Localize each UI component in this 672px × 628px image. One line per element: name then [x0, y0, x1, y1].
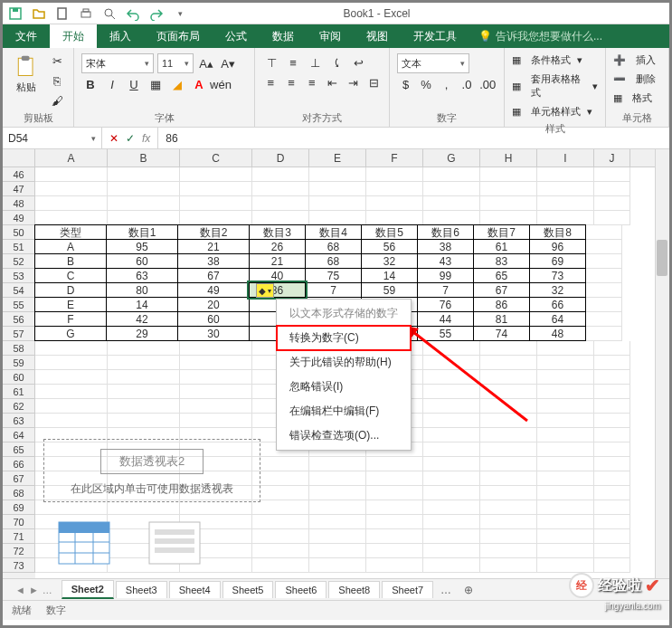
- cell[interactable]: [108, 399, 180, 414]
- cell[interactable]: 类型: [34, 224, 107, 240]
- cell[interactable]: [594, 471, 630, 486]
- row-header[interactable]: 50: [3, 225, 35, 240]
- align-bottom-icon[interactable]: ⊥: [306, 53, 324, 71]
- cell[interactable]: [309, 486, 366, 500]
- cell[interactable]: 68: [305, 253, 362, 269]
- cell[interactable]: 14: [361, 268, 418, 283]
- cell[interactable]: [35, 211, 108, 225]
- inc-decimal-icon[interactable]: .0: [459, 75, 475, 93]
- cell[interactable]: [594, 196, 630, 211]
- format-painter-icon[interactable]: 🖌: [48, 91, 66, 109]
- copy-icon[interactable]: ⎘: [48, 71, 66, 90]
- formula-input[interactable]: 86: [158, 128, 669, 148]
- indent-dec-icon[interactable]: ⇤: [324, 73, 341, 91]
- cell[interactable]: 48: [529, 326, 586, 341]
- cell[interactable]: 数目3: [249, 224, 306, 240]
- row-header[interactable]: 53: [3, 269, 35, 283]
- cell[interactable]: [594, 385, 630, 399]
- cell[interactable]: [480, 414, 537, 428]
- cell[interactable]: [309, 544, 366, 558]
- cell[interactable]: 56: [361, 239, 418, 254]
- menu-convert-number[interactable]: 转换为数字(C): [277, 326, 411, 350]
- sheet-tab-sheet5[interactable]: Sheet5: [222, 581, 274, 598]
- cell[interactable]: [423, 500, 480, 515]
- cell[interactable]: [586, 298, 622, 312]
- orientation-icon[interactable]: ⤹: [327, 53, 345, 71]
- cell[interactable]: 43: [417, 253, 474, 269]
- font-size-combo[interactable]: 11▾: [157, 53, 194, 73]
- cell[interactable]: [366, 182, 423, 196]
- cell[interactable]: 74: [473, 326, 530, 341]
- cell[interactable]: [180, 500, 252, 515]
- cell[interactable]: [366, 515, 423, 529]
- cell[interactable]: 59: [361, 282, 418, 298]
- cond-format-button[interactable]: ▦ 条件格式 ▾: [512, 53, 598, 67]
- cell[interactable]: [480, 457, 537, 471]
- cell[interactable]: [537, 182, 594, 196]
- cell[interactable]: [108, 356, 180, 370]
- cell[interactable]: [423, 182, 480, 196]
- cell[interactable]: [480, 167, 537, 182]
- cell[interactable]: [480, 486, 537, 500]
- row-headers[interactable]: 4647484950515253545556575859606162636465…: [3, 167, 35, 578]
- cell[interactable]: G: [34, 326, 107, 341]
- cell[interactable]: [480, 356, 537, 370]
- tell-me[interactable]: 💡告诉我您想要做什么...: [469, 24, 611, 48]
- cell[interactable]: 32: [361, 253, 418, 269]
- row-header[interactable]: 73: [3, 558, 35, 573]
- sheet-nav[interactable]: ◄►…: [8, 585, 60, 595]
- cell[interactable]: [537, 515, 594, 529]
- cell[interactable]: [309, 211, 366, 225]
- cell[interactable]: [35, 182, 108, 196]
- currency-icon[interactable]: $: [397, 75, 413, 93]
- cell[interactable]: [423, 515, 480, 529]
- cell[interactable]: 数目2: [177, 224, 250, 240]
- row-header[interactable]: 60: [3, 370, 35, 385]
- cell[interactable]: [480, 515, 537, 529]
- cell[interactable]: [423, 414, 480, 428]
- cell[interactable]: [423, 442, 480, 457]
- row-header[interactable]: 49: [3, 211, 35, 225]
- cell[interactable]: [423, 428, 480, 442]
- cell[interactable]: [594, 211, 630, 225]
- cell[interactable]: [594, 370, 630, 385]
- font-color-button[interactable]: A: [190, 75, 208, 93]
- cell[interactable]: B: [34, 253, 107, 269]
- cell[interactable]: [35, 414, 108, 428]
- cell[interactable]: [594, 341, 630, 356]
- cell[interactable]: [309, 471, 366, 486]
- align-middle-icon[interactable]: ≡: [284, 53, 302, 71]
- tab-file[interactable]: 文件: [3, 24, 50, 48]
- col-header[interactable]: D: [252, 149, 309, 167]
- preview-icon[interactable]: [102, 6, 117, 21]
- indent-inc-icon[interactable]: ⇥: [345, 73, 362, 91]
- align-top-icon[interactable]: ⊤: [262, 53, 280, 71]
- row-header[interactable]: 59: [3, 356, 35, 370]
- cell[interactable]: [423, 529, 480, 544]
- cell[interactable]: [480, 370, 537, 385]
- row-header[interactable]: 64: [3, 428, 35, 442]
- new-sheet-button[interactable]: ⊕: [459, 584, 478, 596]
- col-header[interactable]: B: [108, 149, 180, 167]
- menu-options[interactable]: 错误检查选项(O)...: [277, 423, 411, 448]
- cell[interactable]: [480, 529, 537, 544]
- cell[interactable]: 38: [417, 239, 474, 254]
- decrease-font-icon[interactable]: A▾: [219, 54, 237, 72]
- cell[interactable]: 68: [305, 239, 362, 254]
- cell[interactable]: [480, 544, 537, 558]
- cell[interactable]: 67: [473, 282, 530, 298]
- cell[interactable]: [594, 414, 630, 428]
- cell[interactable]: E: [34, 297, 107, 312]
- cell[interactable]: [480, 196, 537, 211]
- cell[interactable]: [586, 225, 622, 240]
- cell[interactable]: [252, 500, 309, 515]
- row-header[interactable]: 57: [3, 327, 35, 341]
- cell[interactable]: [108, 182, 180, 196]
- tab-home[interactable]: 开始: [50, 24, 97, 48]
- row-header[interactable]: 48: [3, 196, 35, 211]
- cell[interactable]: 49: [177, 282, 250, 298]
- underline-button[interactable]: U: [125, 75, 143, 93]
- cell[interactable]: [35, 370, 108, 385]
- col-header[interactable]: H: [480, 149, 537, 167]
- cell[interactable]: [180, 385, 252, 399]
